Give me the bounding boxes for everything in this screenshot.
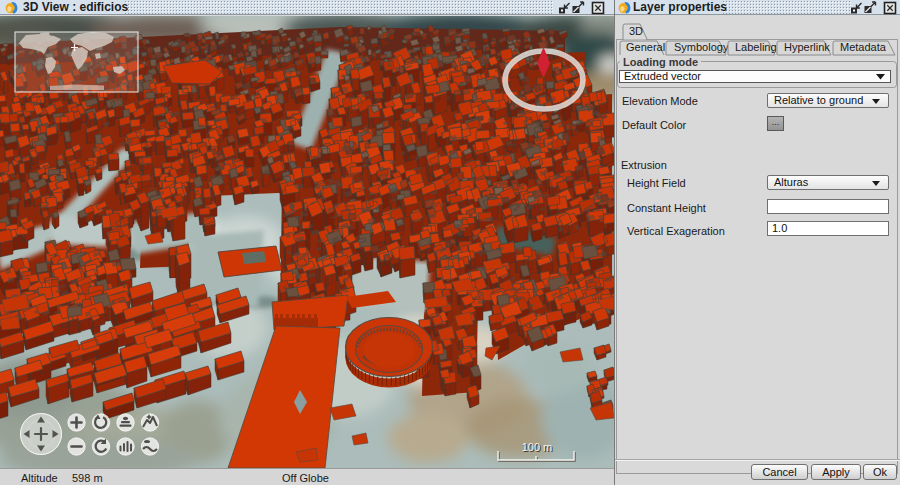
svg-text:Hyperlink: Hyperlink (784, 41, 830, 53)
svg-text:Labeling: Labeling (735, 41, 777, 53)
svg-text:100 m: 100 m (522, 441, 553, 453)
svg-text:3D: 3D (629, 25, 643, 37)
svg-text:Symbology: Symbology (674, 41, 729, 53)
svg-text:General: General (626, 41, 665, 53)
svg-text:Metadata: Metadata (840, 41, 887, 53)
